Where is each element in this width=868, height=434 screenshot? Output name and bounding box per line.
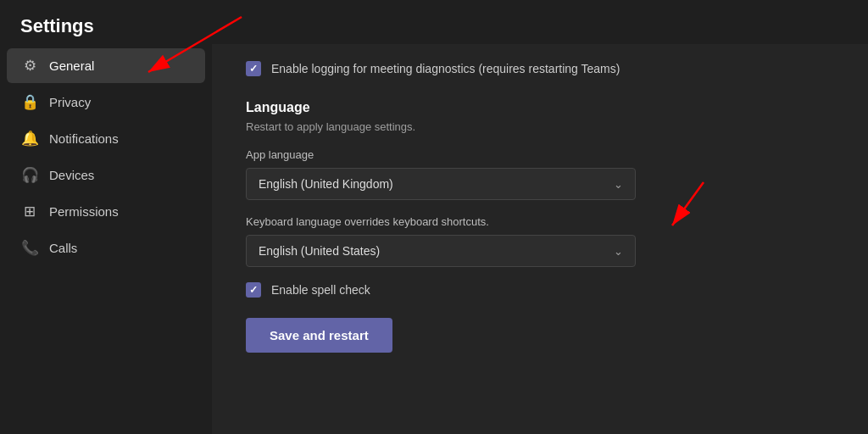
sidebar-item-calls[interactable]: 📞 Calls: [7, 231, 205, 265]
sidebar-label-general: General: [49, 58, 94, 73]
sidebar-item-permissions[interactable]: ⊞ Permissions: [7, 194, 205, 229]
headset-icon: 🎧: [20, 166, 39, 184]
logging-row: Enable logging for meeting diagnostics (…: [246, 61, 834, 76]
bell-icon: 🔔: [20, 130, 39, 147]
sidebar-label-privacy: Privacy: [49, 95, 91, 109]
sidebar-label-notifications: Notifications: [49, 131, 119, 146]
keyboard-language-dropdown[interactable]: English (United States) ⌄: [246, 235, 636, 267]
sidebar: ⚙ General 🔒 Privacy 🔔 Notifications 🎧 De…: [0, 44, 212, 434]
chevron-down-icon-2: ⌄: [614, 245, 623, 258]
app-language-dropdown[interactable]: English (United Kingdom) ⌄: [246, 168, 636, 200]
language-section-title: Language: [246, 100, 834, 115]
keyboard-language-value: English (United States): [259, 244, 380, 258]
keyboard-language-label: Keyboard language overrides keyboard sho…: [246, 215, 834, 228]
language-subtitle: Restart to apply language settings.: [246, 120, 834, 133]
grid-icon: ⊞: [20, 203, 39, 220]
gear-icon: ⚙: [20, 57, 39, 75]
lock-icon: 🔒: [20, 93, 39, 111]
spell-check-row: Enable spell check: [246, 282, 834, 298]
main-layout: ⚙ General 🔒 Privacy 🔔 Notifications 🎧 De…: [0, 44, 868, 434]
sidebar-label-devices: Devices: [49, 168, 94, 182]
sidebar-item-privacy[interactable]: 🔒 Privacy: [7, 85, 205, 120]
spell-check-checkbox[interactable]: [246, 282, 261, 298]
title-bar: Settings: [0, 0, 868, 44]
save-restart-button[interactable]: Save and restart: [246, 318, 392, 353]
phone-icon: 📞: [20, 239, 39, 257]
app-language-label: App language: [246, 148, 834, 161]
sidebar-item-notifications[interactable]: 🔔 Notifications: [7, 121, 205, 156]
sidebar-label-calls: Calls: [49, 241, 77, 255]
sidebar-item-devices[interactable]: 🎧 Devices: [7, 158, 205, 192]
page-title: Settings: [20, 15, 848, 37]
chevron-down-icon: ⌄: [614, 178, 623, 191]
logging-checkbox[interactable]: [246, 61, 261, 76]
logging-label: Enable logging for meeting diagnostics (…: [271, 62, 620, 75]
app-language-value: English (United Kingdom): [259, 177, 393, 191]
spell-check-label: Enable spell check: [271, 283, 370, 297]
main-content: Enable logging for meeting diagnostics (…: [212, 44, 868, 434]
sidebar-label-permissions: Permissions: [49, 204, 119, 219]
sidebar-item-general[interactable]: ⚙ General: [7, 48, 205, 83]
app-container: Settings ⚙ General 🔒 Privacy 🔔 Notificat…: [0, 0, 868, 434]
